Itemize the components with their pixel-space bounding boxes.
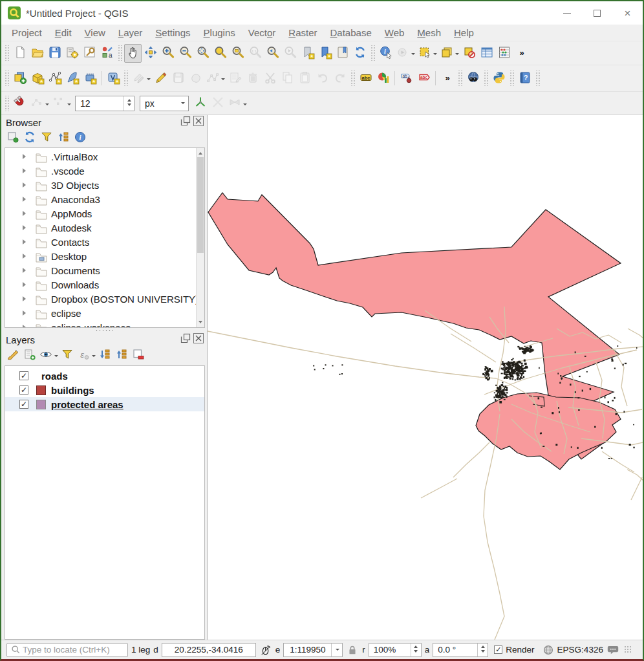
layers-close-button[interactable] xyxy=(193,334,204,345)
browser-item--virtualbox[interactable]: .VirtualBox xyxy=(5,149,196,164)
browser-item-documents[interactable]: Documents xyxy=(5,263,196,277)
browser-close-button[interactable] xyxy=(193,117,204,127)
expand-caret-icon[interactable] xyxy=(23,254,28,259)
project-properties-button[interactable] xyxy=(81,44,98,63)
menu-raster[interactable]: Raster xyxy=(282,26,323,39)
minimize-button[interactable] xyxy=(552,1,582,25)
add-group-button[interactable] xyxy=(22,347,38,363)
toggle-editing-button[interactable] xyxy=(152,69,169,88)
resize-grip[interactable] xyxy=(624,645,632,654)
browser-item-appmods[interactable]: AppMods xyxy=(5,206,196,221)
spin-down-icon[interactable] xyxy=(414,650,418,655)
toolbar-grip[interactable] xyxy=(535,70,541,86)
zoom-full-button[interactable] xyxy=(194,44,211,63)
deselect-all-button[interactable] xyxy=(460,44,478,63)
browser-item-dropbox-boston-university-[interactable]: Dropbox (BOSTON UNIVERSITY) xyxy=(5,292,196,306)
map-canvas[interactable] xyxy=(207,115,643,640)
style-manager-button[interactable] xyxy=(63,44,81,63)
statistical-summary-button[interactable] xyxy=(495,44,513,63)
browser-item--vscode[interactable]: .vscode xyxy=(5,164,196,178)
scrollbar-thumb[interactable] xyxy=(197,157,204,253)
toolbar-overflow-button[interactable]: » xyxy=(513,44,530,63)
menu-edit[interactable]: Edit xyxy=(48,26,78,39)
topological-editing-button[interactable] xyxy=(191,94,209,113)
toolbar-grip[interactable] xyxy=(509,70,515,86)
spin-up-icon[interactable] xyxy=(127,97,131,102)
expand-caret-icon[interactable] xyxy=(23,296,28,301)
pan-map-button[interactable] xyxy=(124,44,142,63)
close-button[interactable]: × xyxy=(612,1,643,25)
browser-item-contacts[interactable]: Contacts xyxy=(5,235,196,249)
lock-icon[interactable] xyxy=(346,644,359,656)
new-bookmark-button[interactable] xyxy=(299,44,316,63)
bookmark-manager-button[interactable] xyxy=(334,44,351,63)
filter-legend-button[interactable] xyxy=(59,347,75,363)
expand-caret-icon[interactable] xyxy=(23,168,28,173)
expand-caret-icon[interactable] xyxy=(23,154,28,159)
magnifier-spinner[interactable]: 100% xyxy=(369,643,422,657)
new-shapefile-layer-button[interactable] xyxy=(46,69,63,88)
menu-database[interactable]: Database xyxy=(324,26,378,39)
panel-splitter[interactable] xyxy=(1,328,207,332)
collapse-all-button[interactable] xyxy=(56,130,71,146)
select-by-value-button[interactable] xyxy=(438,44,460,63)
scroll-up-icon[interactable] xyxy=(197,148,204,157)
crs-status-button[interactable]: EPSG:4326 xyxy=(542,644,603,656)
menu-settings[interactable]: Settings xyxy=(149,26,197,39)
zoom-out-button[interactable] xyxy=(177,44,194,63)
browser-float-button[interactable] xyxy=(180,117,191,127)
layer-labeling-button[interactable]: abc xyxy=(357,69,374,88)
highlight-pinned-labels-button[interactable]: abc xyxy=(415,69,433,88)
spin-down-icon[interactable] xyxy=(127,103,131,108)
toolbar-grip[interactable] xyxy=(4,45,10,61)
new-virtual-layer-button[interactable] xyxy=(104,69,122,88)
layer-row-roads[interactable]: ✓roads xyxy=(5,369,204,383)
menu-vector[interactable]: Vector xyxy=(242,26,283,39)
expand-caret-icon[interactable] xyxy=(23,325,28,328)
menu-mesh[interactable]: Mesh xyxy=(411,26,447,39)
browser-item-desktop[interactable]: Desktop xyxy=(5,249,196,263)
metasearch-button[interactable] xyxy=(464,69,482,88)
select-features-button[interactable] xyxy=(416,44,438,63)
filter-browser-button[interactable] xyxy=(39,130,54,146)
collapse-all-layers-button[interactable] xyxy=(114,347,129,363)
toolbar-grip[interactable] xyxy=(4,70,10,86)
layer-diagram-button[interactable] xyxy=(374,69,392,88)
refresh-button[interactable] xyxy=(351,44,369,63)
python-console-button[interactable] xyxy=(490,69,508,88)
browser-item-downloads[interactable]: Downloads xyxy=(5,277,196,292)
new-geopackage-layer-button[interactable] xyxy=(28,69,46,88)
expand-all-button[interactable] xyxy=(97,347,113,363)
layer-checkbox[interactable]: ✓ xyxy=(19,400,28,409)
refresh-browser-button[interactable] xyxy=(22,130,38,146)
layers-float-button[interactable] xyxy=(180,334,191,345)
rotation-spinner[interactable]: 0.0 ° xyxy=(433,643,488,657)
expand-caret-icon[interactable] xyxy=(23,211,28,216)
menu-view[interactable]: View xyxy=(78,26,112,39)
checkbox-checked-icon[interactable]: ✓ xyxy=(494,645,502,654)
menu-plugins[interactable]: Plugins xyxy=(197,26,242,39)
maximize-button[interactable] xyxy=(582,1,612,25)
locator-search[interactable] xyxy=(6,643,128,657)
open-project-button[interactable] xyxy=(28,44,46,63)
coordinate-display[interactable]: 20.2255,-34.0416 xyxy=(162,643,256,657)
remove-layer-button[interactable] xyxy=(131,347,146,363)
browser-item-anaconda3[interactable]: Anaconda3 xyxy=(5,192,196,206)
snapping-unit-combo[interactable]: px xyxy=(140,96,189,111)
toolbar-grip[interactable] xyxy=(350,70,356,86)
browser-item-eclipse-workspace[interactable]: eclipse-workspace xyxy=(5,320,196,328)
zoom-last-button[interactable] xyxy=(264,44,281,63)
toolbar-grip[interactable] xyxy=(117,45,123,61)
new-spatialite-layer-button[interactable] xyxy=(63,69,81,88)
zoom-in-button[interactable] xyxy=(159,44,177,63)
save-project-button[interactable] xyxy=(46,44,63,63)
filter-expression-button[interactable]: ε xyxy=(76,347,96,363)
pan-to-selection-button[interactable] xyxy=(142,44,159,63)
attribute-table-button[interactable] xyxy=(478,44,495,63)
spin-down-icon[interactable] xyxy=(481,650,485,655)
toolbar-overflow-button[interactable]: » xyxy=(438,69,456,88)
toolbar-grip[interactable] xyxy=(370,45,376,61)
expand-caret-icon[interactable] xyxy=(23,268,28,273)
render-checkbox[interactable]: ✓ Render xyxy=(494,645,534,655)
expand-caret-icon[interactable] xyxy=(23,239,28,244)
